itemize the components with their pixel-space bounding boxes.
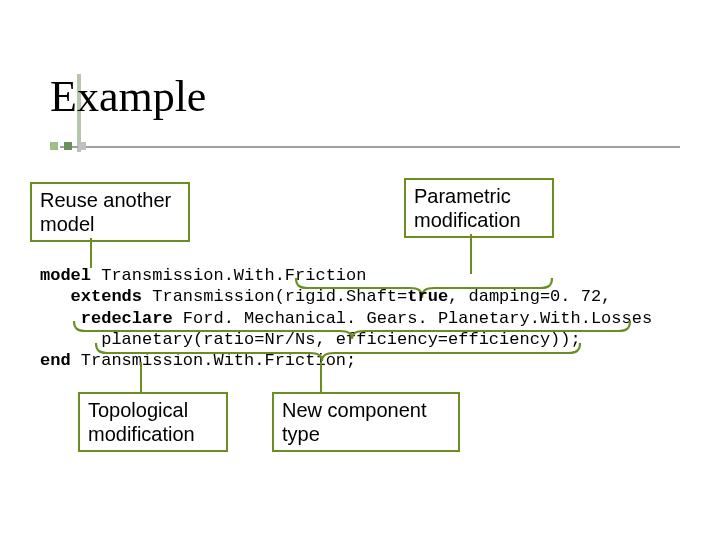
brace-newcomp [94, 341, 582, 363]
label-text: New componenttype [282, 399, 427, 445]
brace-topological [72, 319, 632, 341]
slide-title: Example [50, 75, 206, 119]
connector-newcomp [320, 362, 322, 392]
code-text: , damping=0. 72, [448, 287, 611, 306]
label-topological-modification: Topologicalmodification [78, 392, 228, 452]
kw-extends: extends [71, 287, 142, 306]
label-text: Reuse anothermodel [40, 189, 171, 235]
title-block: Example [50, 75, 206, 119]
label-reuse-model: Reuse anothermodel [30, 182, 190, 242]
title-underline [50, 136, 690, 156]
code-text: Transmission(rigid.Shaft= [142, 287, 407, 306]
kw-end: end [40, 351, 71, 370]
deco-square [78, 142, 86, 150]
label-new-component-type: New componenttype [272, 392, 460, 452]
label-text: Topologicalmodification [88, 399, 195, 445]
label-parametric-modification: Parametricmodification [404, 178, 554, 238]
kw-model: model [40, 266, 91, 285]
code-text: Transmission.With.Friction [91, 266, 366, 285]
deco-square [64, 142, 72, 150]
connector-topological [140, 362, 142, 392]
kw-true: true [407, 287, 448, 306]
label-text: Parametricmodification [414, 185, 521, 231]
connector-reuse [90, 238, 92, 268]
title-hline [60, 146, 680, 148]
deco-square [50, 142, 58, 150]
